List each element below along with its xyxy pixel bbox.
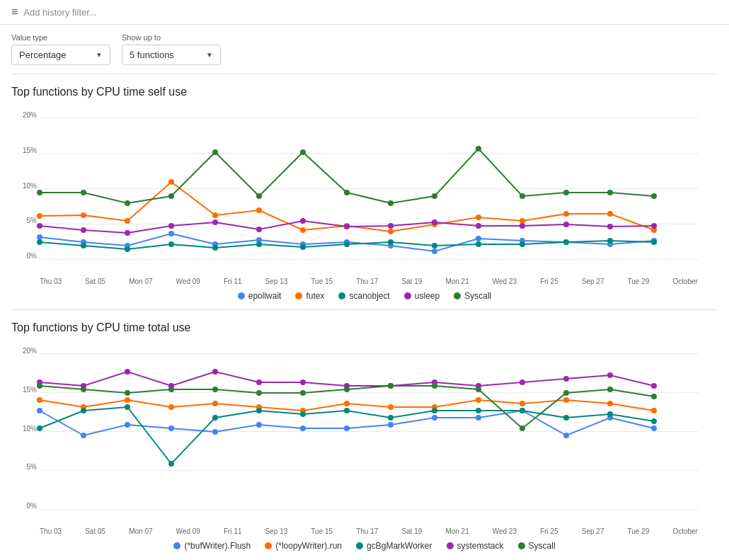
svg-point-78 bbox=[168, 425, 174, 431]
legend-item-gcbgmarkworker: gcBgMarkWorker bbox=[356, 541, 432, 551]
svg-point-15 bbox=[37, 213, 42, 219]
chart1-title: Top functions by CPU time self use bbox=[11, 86, 718, 98]
svg-point-27 bbox=[563, 211, 569, 217]
value-type-chevron-icon: ▼ bbox=[96, 51, 103, 59]
filter-placeholder[interactable]: Add history filter... bbox=[23, 7, 96, 18]
legend-dot-syscall2 bbox=[518, 542, 525, 549]
svg-point-115 bbox=[476, 408, 481, 413]
svg-point-44 bbox=[651, 239, 657, 245]
svg-point-137 bbox=[125, 390, 130, 396]
svg-point-21 bbox=[300, 227, 306, 233]
svg-point-16 bbox=[81, 212, 86, 218]
svg-point-10 bbox=[476, 236, 481, 241]
svg-point-51 bbox=[300, 218, 306, 224]
svg-point-101 bbox=[520, 401, 525, 406]
svg-point-97 bbox=[344, 401, 350, 406]
svg-point-45 bbox=[37, 223, 42, 229]
svg-point-79 bbox=[212, 429, 218, 435]
svg-point-132 bbox=[563, 376, 569, 382]
value-type-select[interactable]: Percentage ▼ bbox=[11, 45, 110, 65]
svg-point-140 bbox=[256, 390, 262, 396]
svg-point-26 bbox=[520, 218, 525, 224]
show-up-to-select[interactable]: 5 functions ▼ bbox=[122, 45, 221, 65]
svg-point-19 bbox=[212, 212, 218, 218]
svg-point-61 bbox=[81, 190, 86, 195]
legend-item-syscall1: Syscall bbox=[454, 291, 491, 301]
svg-point-90 bbox=[37, 397, 42, 403]
svg-point-108 bbox=[168, 461, 174, 467]
legend-label-scanobject: scanobject bbox=[349, 291, 389, 301]
svg-point-87 bbox=[563, 433, 569, 438]
value-type-label: Value type bbox=[11, 33, 110, 42]
svg-point-76 bbox=[81, 433, 86, 438]
svg-point-80 bbox=[256, 422, 262, 428]
legend-label-syscall1: Syscall bbox=[464, 291, 491, 301]
svg-point-32 bbox=[125, 246, 130, 252]
svg-point-135 bbox=[37, 383, 42, 389]
svg-point-57 bbox=[563, 222, 569, 227]
legend-item-scanobject: scanobject bbox=[338, 291, 389, 301]
svg-point-81 bbox=[300, 425, 306, 431]
svg-point-71 bbox=[520, 193, 525, 199]
svg-point-35 bbox=[256, 241, 262, 247]
svg-point-104 bbox=[651, 408, 657, 413]
svg-point-20 bbox=[256, 207, 262, 213]
svg-point-43 bbox=[607, 238, 613, 244]
svg-point-143 bbox=[388, 383, 394, 389]
svg-point-62 bbox=[125, 200, 130, 206]
legend-item-syscall2: Syscall bbox=[518, 541, 556, 551]
chart1-x-axis: Thu 03 Sat 05 Mon 07 Wed 09 Fri 11 Sep 1… bbox=[40, 278, 698, 285]
svg-point-9 bbox=[432, 248, 437, 254]
svg-point-69 bbox=[432, 193, 437, 199]
svg-point-146 bbox=[520, 425, 525, 431]
svg-point-50 bbox=[256, 227, 262, 232]
svg-point-33 bbox=[168, 241, 174, 247]
value-type-group: Value type Percentage ▼ bbox=[11, 33, 110, 65]
svg-point-149 bbox=[651, 394, 657, 399]
svg-point-77 bbox=[125, 422, 130, 428]
svg-point-147 bbox=[563, 390, 569, 396]
svg-point-55 bbox=[476, 223, 481, 229]
svg-point-102 bbox=[563, 397, 569, 403]
legend-item-loopywriter: (*loopyWriter).run bbox=[265, 541, 342, 551]
legend-label-loopywriter: (*loopyWriter).run bbox=[275, 541, 342, 551]
legend-label-usleep: usleep bbox=[415, 291, 440, 301]
svg-point-148 bbox=[607, 387, 613, 392]
svg-point-42 bbox=[563, 239, 569, 245]
svg-point-30 bbox=[37, 239, 42, 245]
chart2-container: 20% 15% 10% 5% 0% bbox=[11, 340, 705, 538]
svg-point-68 bbox=[388, 200, 394, 206]
legend-item-usleep: usleep bbox=[404, 291, 440, 301]
svg-point-118 bbox=[607, 411, 613, 417]
svg-point-124 bbox=[212, 369, 218, 375]
svg-point-106 bbox=[81, 408, 86, 413]
svg-point-56 bbox=[520, 223, 525, 229]
svg-point-3 bbox=[168, 231, 174, 236]
legend-dot-systemstack bbox=[447, 542, 454, 549]
svg-point-83 bbox=[388, 422, 394, 428]
svg-point-122 bbox=[125, 369, 130, 375]
chart2-title: Top functions by CPU time total use bbox=[11, 321, 718, 334]
legend-dot-scanobject bbox=[338, 292, 345, 299]
svg-point-75 bbox=[37, 408, 42, 413]
svg-point-85 bbox=[476, 415, 481, 421]
svg-point-114 bbox=[432, 408, 437, 413]
svg-point-25 bbox=[476, 215, 481, 220]
svg-point-63 bbox=[168, 193, 174, 199]
legend-label-epollwait: epollwait bbox=[248, 291, 282, 301]
svg-point-92 bbox=[125, 397, 130, 403]
svg-point-134 bbox=[651, 383, 657, 389]
svg-point-109 bbox=[212, 415, 218, 421]
legend-dot-usleep bbox=[404, 292, 411, 299]
svg-point-39 bbox=[432, 243, 437, 248]
svg-point-65 bbox=[256, 193, 262, 199]
svg-point-58 bbox=[607, 224, 613, 229]
controls-bar: Value type Percentage ▼ Show up to 5 fun… bbox=[0, 25, 729, 74]
legend-dot-epollwait bbox=[238, 292, 245, 299]
show-up-to-group: Show up to 5 functions ▼ bbox=[122, 33, 221, 65]
chart2-x-axis: Thu 03 Sat 05 Mon 07 Wed 09 Fri 11 Sep 1… bbox=[40, 527, 698, 535]
chart2-section: Top functions by CPU time total use 20% … bbox=[0, 310, 729, 551]
svg-point-93 bbox=[168, 404, 174, 410]
legend-dot-bufwriter bbox=[173, 542, 180, 549]
value-type-value: Percentage bbox=[19, 50, 67, 60]
